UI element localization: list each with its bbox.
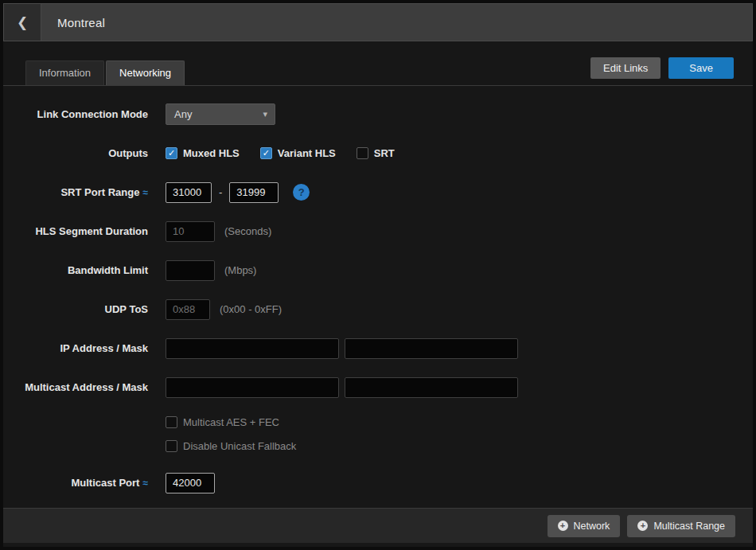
multicast-port-label: Multicast Port≈	[3, 477, 148, 489]
back-icon: ❮	[17, 14, 28, 31]
link-connection-mode-label: Link Connection Mode	[3, 108, 148, 120]
tab-row: Information Networking Edit Links Save	[3, 41, 753, 86]
outputs-label: Outputs	[3, 147, 148, 159]
multicast-port-input[interactable]	[166, 473, 215, 493]
srt-port-from-input[interactable]	[166, 182, 212, 203]
main-panel: Information Networking Edit Links Save L…	[3, 41, 753, 547]
checkbox-label: SRT	[374, 147, 395, 159]
checkbox-muxed-hls[interactable]: ✓ Muxed HLS	[166, 147, 240, 159]
checkbox-box[interactable]: ✓	[357, 147, 368, 159]
check-icon: ✓	[263, 149, 270, 158]
row-multicast-aes-fec: ✓ Multicast AES + FEC	[166, 415, 753, 428]
help-icon[interactable]: ?	[293, 184, 310, 201]
checkbox-disable-unicast-fallback[interactable]: ✓ Disable Unicast Fallback	[166, 440, 296, 452]
checkbox-label: Muxed HLS	[183, 147, 240, 159]
tab-information[interactable]: Information	[25, 60, 104, 85]
tab-networking[interactable]: Networking	[106, 60, 185, 85]
required-icon: ≈	[142, 478, 148, 489]
srt-port-range-label-text: SRT Port Range	[60, 186, 139, 198]
udp-tos-label: UDP ToS	[3, 303, 148, 315]
networking-form: Link Connection Mode Any ▾ Outputs ✓ Mux…	[3, 86, 753, 493]
tabs: Information Networking	[25, 60, 185, 85]
plus-circle-icon: +	[637, 521, 648, 531]
back-button[interactable]: ❮	[4, 4, 41, 41]
footer-bar: + Network + Multicast Range	[3, 508, 753, 543]
checkbox-variant-hls[interactable]: ✓ Variant HLS	[260, 147, 336, 159]
chevron-down-icon: ▾	[263, 109, 267, 119]
hls-segment-duration-label: HLS Segment Duration	[3, 225, 148, 237]
multicast-port-label-text: Multicast Port	[71, 477, 139, 489]
range-separator: -	[219, 186, 222, 198]
add-multicast-range-label: Multicast Range	[653, 521, 725, 532]
row-udp-tos: UDP ToS (0x00 - 0xFF)	[3, 298, 753, 320]
checkbox-box[interactable]: ✓	[260, 147, 272, 159]
row-ip-address-mask: IP Address / Mask	[3, 337, 753, 359]
header-bar: ❮ Montreal	[3, 3, 753, 41]
bandwidth-limit-input[interactable]	[166, 260, 215, 281]
add-network-button[interactable]: + Network	[548, 515, 621, 537]
multicast-mask-input[interactable]	[345, 377, 518, 398]
udp-tos-input[interactable]	[166, 299, 210, 320]
row-srt-port-range: SRT Port Range≈ - ?	[3, 181, 753, 203]
link-connection-mode-select[interactable]: Any ▾	[166, 103, 275, 125]
checkbox-label: Variant HLS	[278, 147, 336, 159]
add-network-label: Network	[574, 521, 610, 532]
required-icon: ≈	[142, 187, 148, 198]
bandwidth-limit-label: Bandwidth Limit	[3, 264, 148, 276]
checkbox-box[interactable]: ✓	[166, 147, 177, 159]
ip-address-input[interactable]	[166, 338, 339, 359]
edit-links-button[interactable]: Edit Links	[590, 57, 661, 79]
row-link-connection-mode: Link Connection Mode Any ▾	[3, 103, 753, 125]
plus-circle-icon: +	[558, 521, 568, 531]
checkbox-box[interactable]: ✓	[166, 440, 177, 452]
row-multicast-address-mask: Multicast Address / Mask	[3, 376, 753, 398]
check-icon: ✓	[168, 149, 175, 158]
udp-tos-range-hint: (0x00 - 0xFF)	[220, 303, 282, 315]
mbps-hint: (Mbps)	[224, 264, 256, 276]
multicast-options: ✓ Multicast AES + FEC ✓ Disable Unicast …	[166, 415, 753, 452]
add-multicast-range-button[interactable]: + Multicast Range	[627, 515, 735, 537]
page-title: Montreal	[57, 4, 105, 41]
multicast-address-input[interactable]	[166, 377, 339, 398]
checkbox-box[interactable]: ✓	[166, 416, 177, 428]
save-button[interactable]: Save	[668, 57, 734, 79]
row-hls-segment-duration: HLS Segment Duration (Seconds)	[3, 220, 753, 242]
row-disable-unicast-fallback: ✓ Disable Unicast Fallback	[166, 439, 753, 452]
link-connection-mode-value: Any	[174, 108, 192, 120]
srt-port-range-label: SRT Port Range≈	[3, 186, 148, 198]
hls-segment-duration-input[interactable]	[166, 221, 215, 242]
ip-address-mask-label: IP Address / Mask	[3, 342, 148, 354]
checkbox-multicast-aes-fec[interactable]: ✓ Multicast AES + FEC	[166, 416, 279, 428]
multicast-address-mask-label: Multicast Address / Mask	[3, 381, 148, 393]
seconds-hint: (Seconds)	[224, 225, 271, 237]
row-outputs: Outputs ✓ Muxed HLS ✓ Variant HLS ✓ SRT	[3, 142, 753, 164]
checkbox-label: Multicast AES + FEC	[183, 416, 279, 428]
app-window: ❮ Montreal Information Networking Edit L…	[0, 0, 756, 550]
ip-mask-input[interactable]	[345, 338, 518, 359]
row-bandwidth-limit: Bandwidth Limit (Mbps)	[3, 259, 753, 281]
checkbox-srt[interactable]: ✓ SRT	[357, 147, 395, 159]
header-actions: Edit Links Save	[590, 57, 734, 85]
srt-port-to-input[interactable]	[229, 182, 279, 203]
checkbox-label: Disable Unicast Fallback	[183, 440, 296, 452]
row-multicast-port: Multicast Port≈	[3, 472, 753, 493]
